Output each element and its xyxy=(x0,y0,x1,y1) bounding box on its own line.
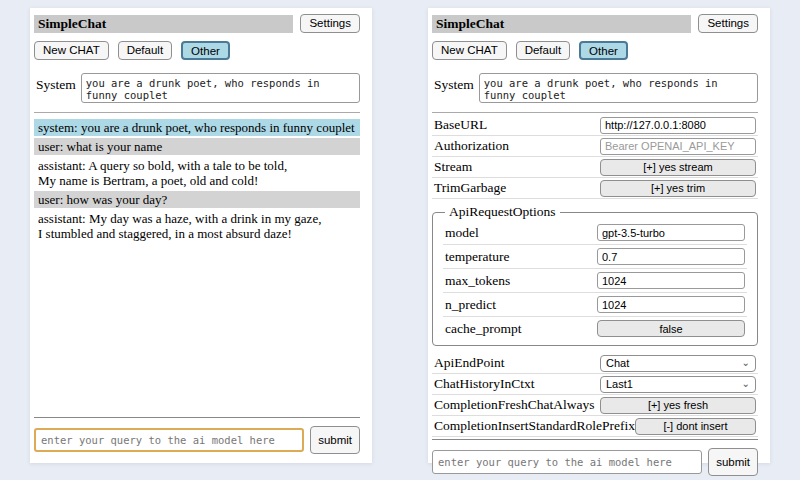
max-tokens-input[interactable] xyxy=(597,272,745,289)
temperature-input[interactable] xyxy=(597,248,745,265)
divider xyxy=(34,417,360,418)
api-endpoint-label: ApiEndPoint xyxy=(434,355,505,371)
app-title-bar: SimpleChat xyxy=(432,15,691,33)
submit-button[interactable]: submit xyxy=(708,448,758,476)
setting-row-temperature: temperature xyxy=(443,245,747,269)
divider xyxy=(432,439,758,440)
setting-row-completion-insert-standard-role-prefix: CompletionInsertStandardRolePrefix [-] d… xyxy=(432,416,758,437)
system-label: System xyxy=(434,73,474,93)
temperature-label: temperature xyxy=(445,249,509,265)
setting-row-trimgarbage: TrimGarbage [+] yes trim xyxy=(432,178,758,199)
settings-button[interactable]: Settings xyxy=(698,14,758,33)
query-row: submit xyxy=(432,448,758,476)
chat-message-user: user: how was your day? xyxy=(34,191,360,208)
session-toolbar: New CHAT Default Other xyxy=(34,41,360,60)
setting-row-stream: Stream [+] yes stream xyxy=(432,157,758,178)
api-request-options-legend: ApiRequestOptions xyxy=(445,204,560,220)
title-row: SimpleChat Settings xyxy=(34,14,360,33)
chevron-down-icon: ⌄ xyxy=(742,358,750,368)
title-row: SimpleChat Settings xyxy=(432,14,758,33)
setting-row-api-endpoint: ApiEndPoint Chat ⌄ xyxy=(432,353,758,374)
n-predict-label: n_predict xyxy=(445,297,496,313)
system-prompt-input[interactable]: you are a drunk poet, who responds in fu… xyxy=(479,73,758,103)
divider xyxy=(34,112,360,113)
query-input[interactable] xyxy=(432,450,702,474)
session-toolbar: New CHAT Default Other xyxy=(432,41,758,60)
cache-prompt-toggle-button[interactable]: false xyxy=(597,320,745,337)
chevron-down-icon: ⌄ xyxy=(742,379,750,389)
trimgarbage-label: TrimGarbage xyxy=(434,180,506,196)
new-chat-button[interactable]: New CHAT xyxy=(432,41,507,60)
chat-message-assistant: assistant: My day was a haze, with a dri… xyxy=(34,210,360,242)
baseurl-input[interactable] xyxy=(600,117,756,134)
n-predict-input[interactable] xyxy=(597,296,745,313)
authorization-input[interactable] xyxy=(600,138,756,155)
system-prompt-input[interactable]: you are a drunk poet, who responds in fu… xyxy=(81,73,360,103)
session-button-other[interactable]: Other xyxy=(181,41,230,60)
new-chat-button[interactable]: New CHAT xyxy=(34,41,109,60)
setting-row-completion-fresh-chat-always: CompletionFreshChatAlways [+] yes fresh xyxy=(432,395,758,416)
setting-row-n-predict: n_predict xyxy=(443,293,747,317)
api-endpoint-select[interactable]: Chat ⌄ xyxy=(600,355,756,372)
system-label: System xyxy=(36,73,76,93)
model-input[interactable] xyxy=(597,224,745,241)
chat-history-in-ctxt-label: ChatHistoryInCtxt xyxy=(434,376,535,392)
completion-fresh-chat-toggle-button[interactable]: [+] yes fresh xyxy=(600,397,756,414)
model-label: model xyxy=(445,225,479,241)
app-title: SimpleChat xyxy=(436,16,504,32)
setting-row-model: model xyxy=(443,221,747,245)
query-row: submit xyxy=(34,426,360,454)
app-title-bar: SimpleChat xyxy=(34,15,293,33)
submit-button[interactable]: submit xyxy=(310,426,360,454)
api-request-options-fieldset: ApiRequestOptions model temperature max_… xyxy=(432,204,758,346)
setting-row-cache-prompt: cache_prompt false xyxy=(443,317,747,340)
query-input[interactable] xyxy=(34,428,304,452)
authorization-label: Authorization xyxy=(434,138,509,154)
session-button-other[interactable]: Other xyxy=(579,41,628,60)
divider xyxy=(432,112,758,113)
setting-row-max-tokens: max_tokens xyxy=(443,269,747,293)
settings-panel: SimpleChat Settings New CHAT Default Oth… xyxy=(428,8,770,463)
session-button-default[interactable]: Default xyxy=(118,41,172,60)
system-prompt-row: System you are a drunk poet, who respond… xyxy=(434,73,758,103)
chat-history-in-ctxt-select[interactable]: Last1 ⌄ xyxy=(600,376,756,393)
system-prompt-row: System you are a drunk poet, who respond… xyxy=(36,73,360,103)
app-title: SimpleChat xyxy=(38,16,106,32)
max-tokens-label: max_tokens xyxy=(445,273,510,289)
stream-toggle-button[interactable]: [+] yes stream xyxy=(600,159,756,176)
baseurl-label: BaseURL xyxy=(434,117,487,133)
setting-row-authorization: Authorization xyxy=(432,136,758,157)
cache-prompt-label: cache_prompt xyxy=(445,321,521,337)
setting-row-chat-history-in-ctxt: ChatHistoryInCtxt Last1 ⌄ xyxy=(432,374,758,395)
setting-row-baseurl: BaseURL xyxy=(432,115,758,136)
chat-message-assistant: assistant: A query so bold, with a tale … xyxy=(34,157,360,189)
settings-button[interactable]: Settings xyxy=(300,14,360,33)
stream-label: Stream xyxy=(434,159,472,175)
chat-message-system: system: you are a drunk poet, who respon… xyxy=(34,119,360,136)
completion-fresh-chat-always-label: CompletionFreshChatAlways xyxy=(434,397,595,413)
completion-insert-standard-role-prefix-label: CompletionInsertStandardRolePrefix xyxy=(434,418,635,434)
session-button-default[interactable]: Default xyxy=(516,41,570,60)
chat-history-selected-value: Last1 xyxy=(606,378,633,390)
api-endpoint-selected-value: Chat xyxy=(606,357,629,369)
chat-message-user: user: what is your name xyxy=(34,138,360,155)
chat-panel: SimpleChat Settings New CHAT Default Oth… xyxy=(30,8,372,463)
trimgarbage-toggle-button[interactable]: [+] yes trim xyxy=(600,180,756,197)
completion-insert-role-prefix-toggle-button[interactable]: [-] dont insert xyxy=(635,418,756,435)
chat-messages: system: you are a drunk poet, who respon… xyxy=(34,119,360,415)
